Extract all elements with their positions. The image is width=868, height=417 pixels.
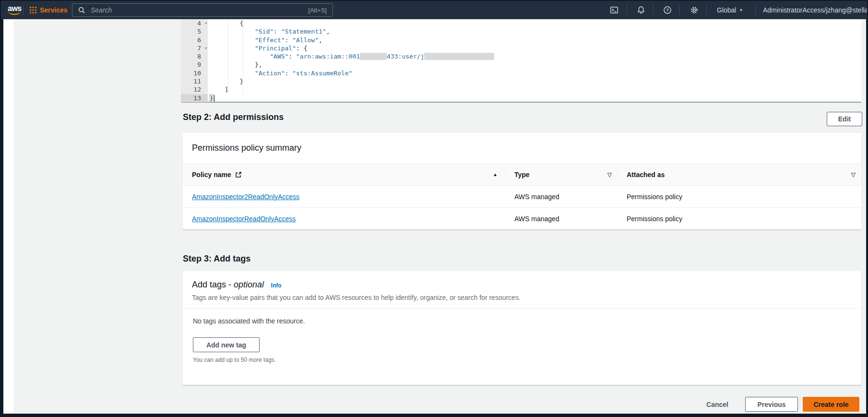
line-number: 8 <box>197 52 201 60</box>
code-token <box>210 28 255 35</box>
code-line: 11 } <box>181 77 861 85</box>
help-icon: ? <box>663 6 672 14</box>
external-link-icon <box>235 171 242 178</box>
account-menu[interactable]: AdministratorAccess/jzhang@stellar <box>763 1 867 19</box>
line-number-gutter: 12 <box>181 85 208 94</box>
bell-icon <box>637 6 645 14</box>
divider <box>23 5 24 15</box>
line-number-gutter: 10 <box>181 69 208 77</box>
code-token: { <box>210 20 243 27</box>
divider <box>706 5 707 15</box>
line-number: 10 <box>193 69 201 77</box>
code-token: "Statement1" <box>281 28 326 35</box>
services-menu-button[interactable]: Services <box>30 1 68 19</box>
code-token: "arn:aws:iam::001 <box>296 53 360 60</box>
code-text[interactable]: "Principal": { <box>208 44 308 52</box>
aws-logo-text: aws <box>8 5 22 12</box>
code-text[interactable]: } <box>208 94 214 102</box>
account-label: AdministratorAccess/jzhang@stellar <box>763 6 867 14</box>
divider <box>627 5 627 15</box>
table-row: AmazonInspector2ReadOnlyAccess AWS manag… <box>183 186 861 208</box>
cloudshell-terminal-icon <box>610 6 618 14</box>
code-token: : <box>285 36 293 44</box>
code-text[interactable]: "Effect": "Allow", <box>208 36 322 44</box>
fold-caret-icon[interactable]: ▾ <box>205 19 207 27</box>
create-role-button[interactable]: Create role <box>803 397 859 412</box>
code-token: : <box>288 53 296 60</box>
code-token: : <box>285 70 293 77</box>
redacted-text <box>360 53 387 60</box>
column-header-attached-as[interactable]: Attached as ▽ <box>618 164 861 185</box>
line-number: 4 <box>197 19 201 27</box>
no-tags-text: No tags associated with the resource. <box>193 317 851 325</box>
column-divider <box>618 169 618 180</box>
info-link[interactable]: Info <box>271 282 282 289</box>
code-line: 12 ] <box>181 85 861 94</box>
code-text[interactable]: { <box>208 19 243 27</box>
search-input[interactable] <box>90 6 304 14</box>
page-content: 4▾ {5 "Sid": "Statement1",6 "Effect": "A… <box>3 19 866 414</box>
step3-heading: Step 3: Add tags <box>183 254 250 264</box>
settings-button[interactable] <box>690 1 699 19</box>
line-number-gutter: 4▾ <box>181 19 208 27</box>
code-token: "Principal" <box>255 45 296 52</box>
line-number-gutter: 8 <box>181 52 208 60</box>
region-label: Global <box>717 6 736 14</box>
code-token: } <box>210 95 214 102</box>
filter-icon[interactable]: ▽ <box>607 171 612 178</box>
code-text[interactable]: ] <box>208 85 228 94</box>
column-header-type[interactable]: Type ▽ <box>505 164 618 185</box>
code-token: : <box>273 28 281 35</box>
line-number-gutter: 9 <box>181 60 208 69</box>
text-cursor <box>214 95 215 102</box>
code-text[interactable]: "Action": "sts:AssumeRole" <box>208 69 352 77</box>
help-button[interactable]: ? <box>663 1 672 19</box>
services-label: Services <box>40 6 68 14</box>
aws-top-nav: aws Services [Alt+S] <box>1 1 867 19</box>
policy-link[interactable]: AmazonInspector2ReadOnlyAccess <box>192 193 299 201</box>
redacted-text <box>424 53 494 60</box>
tags-panel-title: Add tags - optional <box>192 280 264 289</box>
policy-link[interactable]: AmazonInspectorReadOnlyAccess <box>192 215 296 223</box>
code-token <box>210 70 255 77</box>
code-line: 7▾ "Principal": { <box>181 44 861 52</box>
line-number-gutter: 7▾ <box>181 44 208 52</box>
tag-limit-text: You can add up to 50 more tags. <box>193 357 851 363</box>
code-token <box>210 53 270 60</box>
aws-smile-icon <box>8 12 21 15</box>
line-number: 12 <box>193 85 201 94</box>
code-lines: 4▾ {5 "Sid": "Statement1",6 "Effect": "A… <box>181 19 861 102</box>
wizard-footer: Cancel Previous Create role <box>183 397 861 412</box>
edit-permissions-button[interactable]: Edit <box>827 112 862 126</box>
fold-caret-icon[interactable]: ▾ <box>205 44 207 52</box>
cancel-button[interactable]: Cancel <box>698 397 737 412</box>
code-line: 9 }, <box>181 60 861 69</box>
global-search[interactable]: [Alt+S] <box>72 3 333 17</box>
notifications-button[interactable] <box>636 1 646 19</box>
indent-guide <box>228 19 228 94</box>
step2-heading: Step 2: Add permissions <box>183 112 284 122</box>
filter-icon[interactable]: ▽ <box>851 171 856 178</box>
indent-guide <box>243 19 243 94</box>
line-number: 9 <box>197 60 201 69</box>
code-token: , <box>326 28 330 35</box>
aws-logo[interactable]: aws <box>8 1 22 19</box>
tags-description: Tags are key-value pairs that you can ad… <box>192 294 852 301</box>
code-text[interactable]: "AWS": "arn:aws:iam::001433:user/j <box>208 52 494 60</box>
divider <box>653 5 654 15</box>
previous-button[interactable]: Previous <box>745 397 798 412</box>
line-number-gutter: 13 <box>181 94 208 102</box>
browser-frame: aws Services [Alt+S] <box>0 0 868 417</box>
code-token: "AWS" <box>270 53 288 60</box>
code-text[interactable]: } <box>208 77 243 85</box>
add-new-tag-button[interactable]: Add new tag <box>193 337 260 352</box>
sort-asc-icon[interactable]: ▲ <box>493 172 498 177</box>
line-number: 5 <box>197 27 201 36</box>
column-header-policy-name[interactable]: Policy name ▲ <box>183 164 505 185</box>
cloudshell-button[interactable] <box>609 1 619 19</box>
code-text[interactable]: }, <box>208 60 262 69</box>
code-text[interactable]: "Sid": "Statement1", <box>208 27 330 36</box>
code-token: }, <box>210 61 262 68</box>
region-selector[interactable]: Global ▼ <box>717 1 743 19</box>
trust-policy-editor[interactable]: 4▾ {5 "Sid": "Statement1",6 "Effect": "A… <box>181 19 861 103</box>
